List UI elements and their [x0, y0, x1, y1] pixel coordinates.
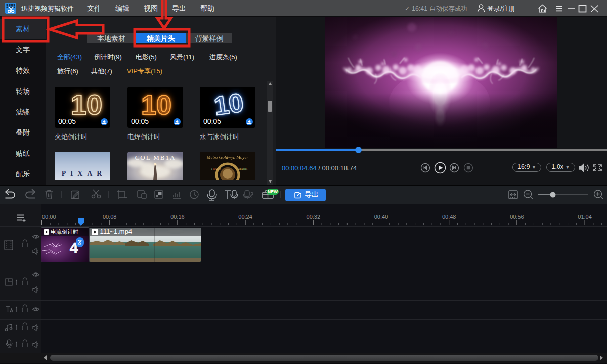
svg-text:00:16: 00:16 — [170, 214, 185, 220]
svg-text:TRADE: TRADE — [211, 167, 221, 170]
svg-text:Metro Goldwyn Mayer: Metro Goldwyn Mayer — [206, 155, 249, 160]
svg-text:00:32: 00:32 — [307, 214, 321, 220]
svg-text:00:08: 00:08 — [103, 214, 117, 220]
svg-text:00:48: 00:48 — [442, 214, 456, 220]
svg-text:01:04: 01:04 — [578, 214, 592, 220]
svg-text:MARK: MARK — [238, 167, 248, 170]
svg-text:00:56: 00:56 — [510, 214, 524, 220]
svg-text:00:40: 00:40 — [374, 214, 388, 220]
svg-text:00:00: 00:00 — [42, 214, 56, 220]
svg-text:00:24: 00:24 — [238, 214, 252, 220]
svg-text:COL MB1A: COL MB1A — [135, 154, 176, 161]
